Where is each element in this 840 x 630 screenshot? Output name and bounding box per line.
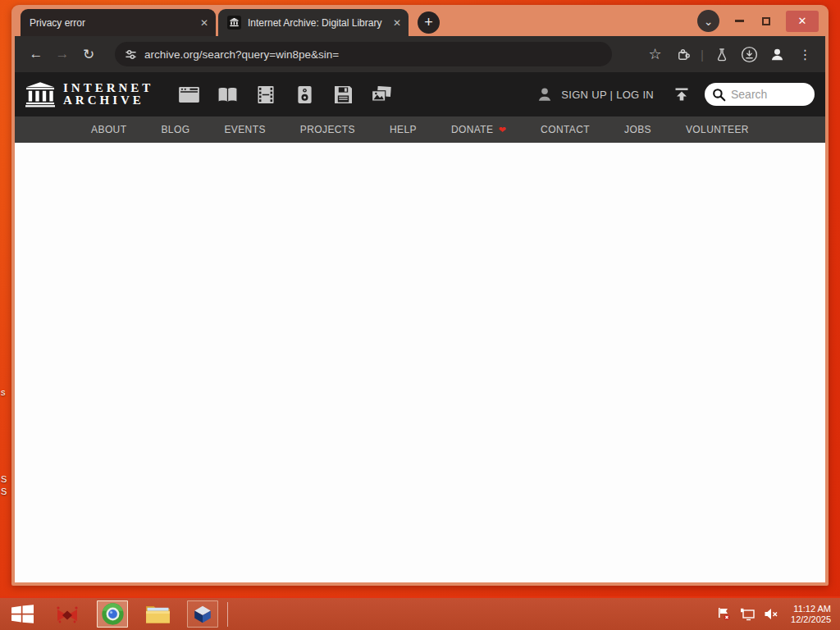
maximize-icon	[762, 17, 770, 25]
desktop-icon-label-fragment: S	[1, 486, 7, 496]
taskbar-red-app-icon[interactable]	[52, 600, 83, 628]
menu-kebab-icon[interactable]: ⋮	[793, 41, 817, 67]
texts-icon[interactable]	[217, 87, 238, 103]
clock-date: 12/2/2025	[791, 614, 831, 625]
action-center-flag-icon[interactable]	[717, 607, 731, 621]
tab-search-button[interactable]: ⌄	[697, 10, 719, 32]
taskbar-clock[interactable]: 11:12 AM 12/2/2025	[791, 604, 831, 625]
archive-nav-bar: ABOUT BLOG EVENTS PROJECTS HELP DONATE ❤…	[15, 116, 825, 143]
system-tray: 11:12 AM 12/2/2025	[717, 604, 833, 625]
minimize-button[interactable]	[732, 13, 746, 30]
upload-icon[interactable]	[673, 87, 690, 102]
media-type-icons	[178, 86, 392, 103]
site-settings-icon[interactable]	[125, 48, 137, 61]
url-text: archive.org/search?query=win8pe&sin=	[144, 48, 339, 61]
browser-toolbar: ← → ↻ archive.org/search?query=win8pe&si…	[15, 36, 825, 72]
taskbar: 11:12 AM 12/2/2025	[0, 596, 840, 630]
nav-projects[interactable]: PROJECTS	[300, 124, 355, 135]
site-title[interactable]: INTERNET ARCHIVE	[63, 82, 153, 107]
close-icon: ✕	[798, 15, 807, 27]
toolbar-right-icons: ☆ |	[643, 41, 817, 67]
audio-icon[interactable]	[294, 86, 315, 103]
browser-window: Privacy error ✕ Internet Archive: Digita…	[11, 5, 829, 586]
window-close-button[interactable]: ✕	[786, 11, 819, 32]
toolbar-divider: |	[699, 48, 705, 62]
nav-contact[interactable]: CONTACT	[541, 124, 590, 135]
reload-button[interactable]: ↻	[75, 41, 102, 67]
nav-jobs[interactable]: JOBS	[624, 124, 651, 135]
nav-blog[interactable]: BLOG	[161, 124, 189, 135]
tab-close-icon[interactable]: ✕	[393, 17, 401, 29]
video-icon[interactable]	[255, 86, 276, 103]
internet-archive-logo-icon[interactable]	[25, 82, 55, 107]
tab-title: Internet Archive: Digital Library	[248, 17, 386, 29]
header-right: SIGN UP | LOG IN	[536, 83, 815, 106]
profile-avatar-icon[interactable]	[765, 41, 789, 67]
tab-strip: Privacy error ✕ Internet Archive: Digita…	[15, 5, 825, 36]
search-input[interactable]	[731, 88, 807, 101]
person-icon	[536, 86, 553, 103]
nav-donate[interactable]: DONATE ❤	[451, 124, 506, 135]
archive-header: INTERNET ARCHIVE	[15, 72, 825, 116]
window-controls: ⌄ ✕	[697, 10, 819, 32]
site-search-box[interactable]	[705, 83, 815, 106]
taskbar-chrome-button[interactable]	[97, 600, 128, 628]
tab-internet-archive[interactable]: Internet Archive: Digital Library ✕	[218, 9, 409, 36]
minimize-icon	[735, 20, 744, 22]
desktop-icon-label-fragment: S	[1, 474, 7, 484]
archive-favicon-icon	[227, 16, 241, 30]
taskbar-separator	[227, 602, 228, 627]
nav-help[interactable]: HELP	[390, 124, 417, 135]
start-button[interactable]	[7, 600, 38, 628]
downloads-icon[interactable]	[737, 41, 761, 67]
extensions-icon[interactable]	[671, 41, 695, 67]
url-bar[interactable]: archive.org/search?query=win8pe&sin=	[115, 42, 612, 66]
network-icon[interactable]	[740, 608, 756, 621]
new-tab-button[interactable]: +	[418, 11, 440, 34]
tab-close-icon[interactable]: ✕	[200, 17, 208, 29]
tab-privacy-error[interactable]: Privacy error ✕	[21, 9, 216, 36]
back-button[interactable]: ←	[23, 41, 49, 67]
maximize-button[interactable]	[759, 13, 774, 30]
page-content: INTERNET ARCHIVE	[15, 72, 825, 582]
blank-page-body	[15, 143, 825, 582]
plus-icon: +	[424, 14, 433, 31]
signup-login-link[interactable]: SIGN UP | LOG IN	[561, 89, 654, 101]
nav-events[interactable]: EVENTS	[224, 124, 265, 135]
bookmark-star-icon[interactable]: ☆	[643, 41, 667, 67]
volume-muted-icon[interactable]	[765, 608, 778, 620]
taskbar-file-explorer-button[interactable]	[142, 600, 173, 628]
software-icon[interactable]	[332, 86, 354, 103]
search-icon	[712, 88, 726, 102]
clock-time: 11:12 AM	[791, 604, 831, 614]
tab-title: Privacy error	[30, 17, 194, 29]
nav-volunteer[interactable]: VOLUNTEER	[686, 124, 749, 135]
desktop-background: s S S Privacy error ✕ Internet Archive: …	[0, 0, 840, 630]
desktop-icon-label-fragment: s	[1, 387, 6, 397]
experiments-flask-icon[interactable]	[710, 41, 733, 67]
heart-icon: ❤	[498, 125, 506, 135]
web-icon[interactable]	[178, 87, 199, 103]
taskbar-virtualbox-button[interactable]	[187, 600, 218, 628]
images-icon[interactable]	[371, 86, 392, 103]
forward-button[interactable]: →	[49, 41, 75, 67]
nav-about[interactable]: ABOUT	[91, 124, 126, 135]
chevron-down-icon: ⌄	[704, 15, 714, 28]
